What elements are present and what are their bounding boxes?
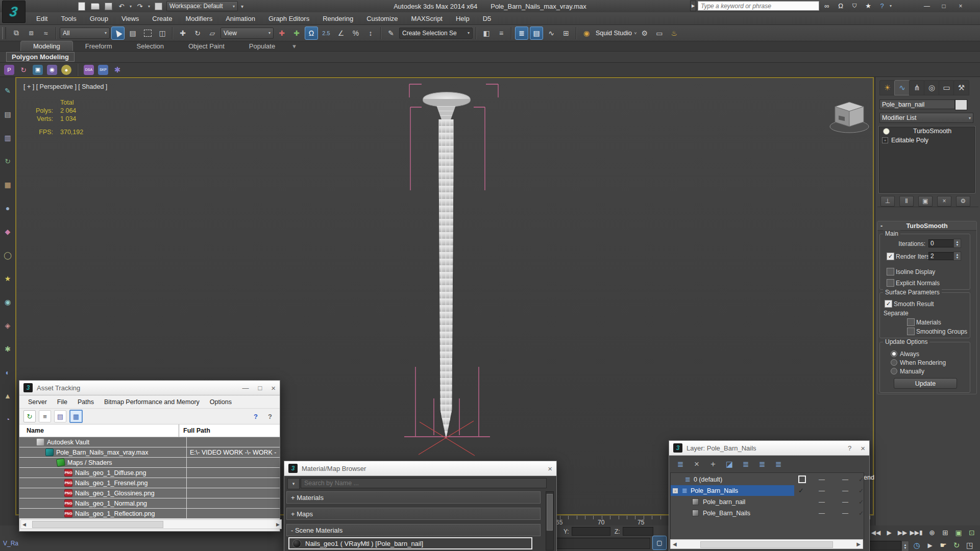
modifier-list-dropdown[interactable]: Modifier List ▾ [879, 113, 973, 123]
explicit-normals-checkbox[interactable] [887, 279, 894, 287]
align-button[interactable]: ≡ [495, 27, 508, 40]
menu-edit[interactable]: Edit [30, 12, 54, 25]
object-name-field[interactable]: Pole_barn_nail [879, 99, 955, 109]
ribbon-tab-modeling[interactable]: Modeling [20, 41, 73, 51]
render-toggle-icon[interactable]: ✓ [859, 498, 864, 506]
selection-filter-dropdown[interactable]: All ▾ [60, 28, 110, 39]
freeze-toggle[interactable]: — [842, 498, 848, 506]
undo-button[interactable]: ↶ [116, 2, 127, 11]
table-row-texture[interactable]: PNG Nails_geo_1_Diffuse.png [19, 468, 280, 478]
named-selection-sets-dropdown[interactable]: Create Selection Se ▾ [399, 28, 473, 39]
menu-customize[interactable]: Customize [360, 12, 404, 25]
select-and-scale-button[interactable]: ▱ [206, 27, 219, 40]
z-coordinate-field[interactable] [623, 527, 653, 536]
asset-details-view-button[interactable]: ▤ [54, 410, 66, 422]
sync-arrows-icon[interactable]: ↻ [18, 65, 29, 75]
asset-close-button[interactable]: × [271, 384, 276, 392]
rollout-header[interactable]: - TurboSmooth [877, 221, 976, 231]
help-dropdown-arrow[interactable]: ▾ [890, 4, 892, 8]
select-by-name-button[interactable]: ▤ [126, 27, 139, 40]
spinner-snap-toggle[interactable]: ↕ [364, 27, 377, 40]
configure-modifier-sets-button[interactable]: ⚙ [956, 196, 970, 207]
collapse-minus-icon[interactable]: - [673, 488, 678, 493]
freeze-toggle[interactable]: — [842, 510, 848, 517]
help-button[interactable]: ? [876, 1, 888, 11]
render-toggle-icon[interactable]: ✓ [859, 487, 864, 494]
menu-graph-editors[interactable]: Graph Editors [262, 12, 316, 25]
layer-manager-button[interactable]: ≣ [515, 27, 528, 40]
ribbon-tab-object-paint[interactable]: Object Paint [176, 41, 237, 51]
asset-help-globe-icon[interactable]: ? [250, 411, 261, 422]
infocenter-flyout-button[interactable]: ▶ [690, 1, 696, 11]
layer-properties-button[interactable]: ≣ [772, 459, 785, 470]
current-layer-indicator[interactable] [798, 475, 806, 483]
table-row-texture[interactable]: PNG Nails_geo_1_Normal.png [19, 498, 280, 509]
snap-25d-toggle[interactable]: 2.5 [320, 27, 333, 40]
snaps-toggle-button[interactable]: Ω [305, 27, 318, 40]
left-tool-circle-icon[interactable]: ◯ [2, 249, 13, 261]
new-file-button[interactable] [77, 2, 87, 11]
material-browser-title-bar[interactable]: 3 Material/Map Browser × [284, 461, 556, 476]
asset-maximize-button[interactable]: □ [258, 384, 262, 392]
select-and-move-button[interactable]: ✚ [176, 27, 189, 40]
ribbon-config-flyout[interactable]: ▾ [287, 41, 301, 51]
tab-modify[interactable]: ∿ [894, 80, 910, 95]
current-frame-field[interactable] [869, 541, 901, 550]
zoom-region-button[interactable]: ▶ [924, 540, 936, 550]
stack-item-editable-poly[interactable]: + Editable Poly [879, 136, 975, 145]
hide-toggle[interactable]: — [819, 476, 825, 483]
update-button[interactable]: Update [894, 378, 957, 389]
layer-close-button[interactable]: × [861, 444, 865, 453]
freeze-toggle[interactable]: — [842, 487, 848, 494]
subscription-key-icon[interactable]: Ω [835, 1, 847, 11]
go-to-end-button[interactable]: ▶▶▮ [910, 528, 923, 538]
orbit-button[interactable]: ↻ [950, 540, 963, 550]
smoothing-groups-checkbox[interactable] [907, 328, 915, 335]
create-new-layer-button[interactable]: ≣ [674, 459, 687, 470]
workspace-dropdown[interactable]: Workspace: Default ▾ [166, 1, 238, 11]
select-and-rotate-button[interactable]: ↻ [191, 27, 204, 40]
section-scene-materials[interactable]: - Scene Materials [286, 524, 541, 536]
isolate-selection-button[interactable]: ▢ [652, 536, 667, 550]
hide-toggle[interactable]: — [819, 498, 825, 506]
use-pivot-center-button[interactable]: ✚ [275, 27, 288, 40]
zoom-extents-button[interactable]: ▣ [952, 528, 965, 538]
project-folder-button[interactable] [153, 2, 163, 11]
menu-rendering[interactable]: Rendering [316, 12, 360, 25]
zoom-extents-all-button[interactable]: ⊡ [966, 528, 978, 538]
time-configuration-button[interactable]: ◷ [911, 540, 923, 550]
table-row-maps-shaders[interactable]: Maps / Shaders [19, 458, 280, 468]
percent-snap-toggle[interactable]: % [349, 27, 362, 40]
render-iters-checkbox[interactable]: ✓ [887, 253, 894, 260]
asset-menu-server[interactable]: Server [23, 398, 52, 406]
current-layer-check-icon[interactable]: ✓ [798, 487, 804, 494]
layer-row-default[interactable]: ≣ 0 (default) — — ✓ [671, 474, 864, 485]
scroll-right-arrow-icon[interactable]: ▶ [856, 541, 861, 547]
bind-to-space-warp-icon[interactable]: ≈ [39, 27, 53, 40]
scrollbar-thumb[interactable] [32, 521, 163, 528]
render-iters-spinner[interactable]: ▲▼ [953, 252, 961, 261]
render-preset-label[interactable]: Squid Studio [596, 30, 632, 37]
hide-toggle[interactable]: — [819, 487, 825, 494]
ribbon-tab-selection[interactable]: Selection [125, 41, 176, 51]
column-name[interactable]: Name [19, 424, 179, 437]
menu-views[interactable]: Views [115, 12, 145, 25]
left-tool-swirl-icon[interactable]: ◐ [2, 367, 13, 378]
tab-motion[interactable]: ◎ [924, 80, 940, 95]
scroll-left-arrow-icon[interactable]: ◀ [673, 541, 677, 547]
scrollbar-thumb[interactable] [700, 541, 833, 548]
maximize-viewport-toggle[interactable]: ◳ [964, 540, 976, 550]
undo-flyout-arrow[interactable]: ▾ [130, 4, 132, 9]
tab-hierarchy[interactable]: ⋔ [909, 80, 925, 95]
separate-materials-checkbox[interactable] [907, 318, 915, 326]
material-search-input[interactable] [301, 478, 547, 488]
rendered-frame-window-button[interactable]: ▭ [653, 27, 666, 40]
mirror-button[interactable]: ◧ [480, 27, 493, 40]
remove-modifier-button[interactable]: × [937, 196, 951, 207]
settings-gear-icon[interactable]: ✱ [112, 65, 122, 75]
angle-snap-toggle[interactable]: ∠ [334, 27, 348, 40]
material-browser-scrollbar[interactable] [546, 491, 554, 550]
table-row-autodesk-vault[interactable]: Autodesk Vault [19, 437, 280, 447]
rectangular-selection-region-button[interactable] [141, 27, 154, 40]
select-object-button[interactable] [111, 27, 125, 40]
